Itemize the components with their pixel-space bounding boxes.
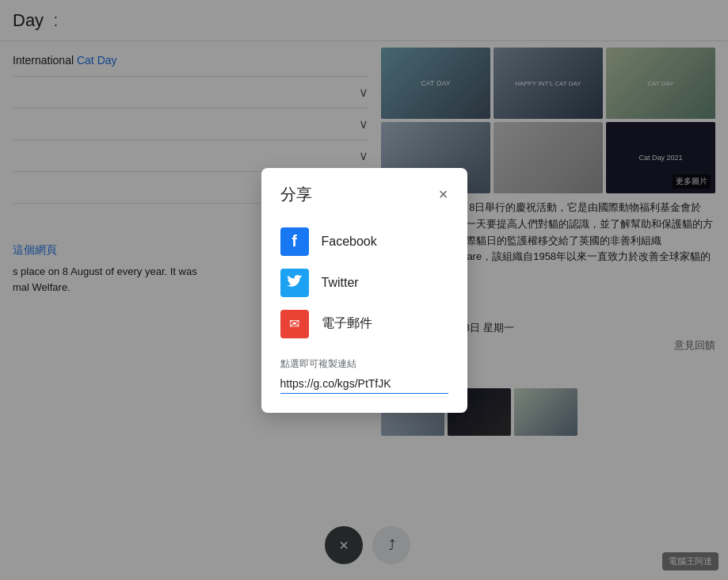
copy-link-label: 點選即可複製連結: [280, 357, 448, 371]
copy-link-section: 點選即可複製連結: [280, 357, 448, 394]
share-option-twitter[interactable]: Twitter: [280, 262, 448, 303]
copy-link-input[interactable]: [280, 374, 448, 394]
facebook-label: Facebook: [322, 235, 377, 249]
email-label: 電子郵件: [322, 315, 372, 332]
share-dialog: 分享 × f Facebook Twitter ✉ 電子郵件 點選即可複製連結: [261, 168, 467, 413]
share-option-email[interactable]: ✉ 電子郵件: [280, 303, 448, 345]
facebook-icon: f: [280, 227, 309, 256]
share-option-facebook[interactable]: f Facebook: [280, 221, 448, 262]
overlay[interactable]: 分享 × f Facebook Twitter ✉ 電子郵件 點選即可複製連結: [0, 0, 728, 580]
twitter-icon: [280, 269, 309, 297]
twitter-label: Twitter: [322, 276, 359, 290]
email-icon: ✉: [280, 310, 309, 338]
dialog-close-button[interactable]: ×: [439, 186, 448, 202]
dialog-header: 分享 ×: [280, 184, 448, 205]
dialog-title: 分享: [280, 184, 312, 205]
